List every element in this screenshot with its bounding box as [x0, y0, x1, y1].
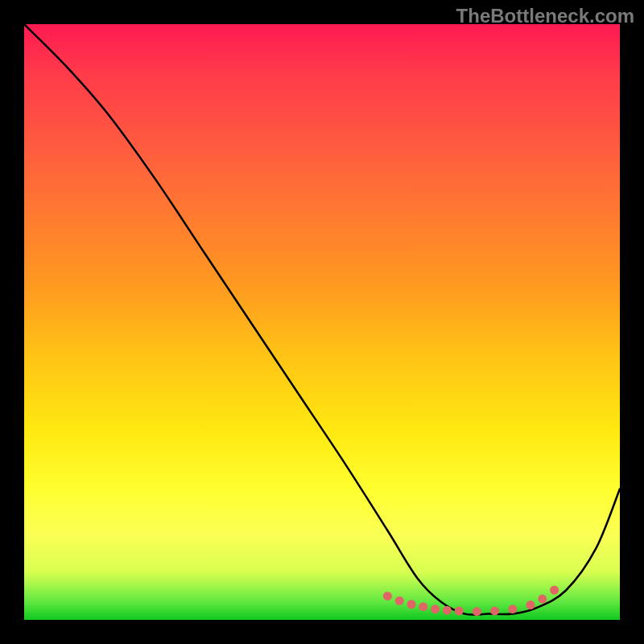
marker-dot — [443, 606, 452, 615]
marker-dots — [383, 586, 559, 617]
marker-dot — [490, 606, 499, 615]
plot-area — [24, 24, 620, 620]
marker-dot — [407, 600, 416, 609]
marker-dot — [473, 607, 481, 616]
bottleneck-curve — [24, 24, 620, 615]
marker-dot — [431, 605, 440, 613]
marker-dot — [383, 592, 392, 601]
marker-dot — [419, 602, 427, 611]
marker-dot — [455, 606, 464, 615]
marker-dot — [526, 601, 535, 609]
marker-dot — [508, 605, 517, 613]
chart-frame: TheBottleneck.com — [0, 0, 644, 644]
curve-svg — [24, 24, 620, 620]
marker-dot — [538, 595, 547, 604]
marker-dot — [550, 586, 559, 595]
marker-dot — [395, 597, 404, 605]
